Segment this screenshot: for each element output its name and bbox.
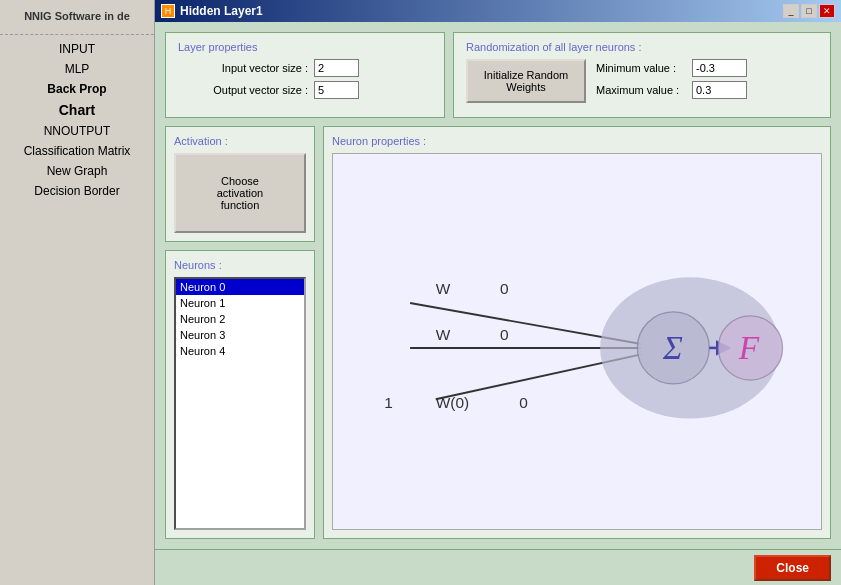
- output-size-row: Output vector size :: [178, 81, 432, 99]
- title-bar: H Hidden Layer1 _ □ ✕: [155, 0, 841, 22]
- layer-properties-panel: Layer properties Input vector size : Out…: [165, 32, 445, 118]
- weight-value-bias: 0: [519, 394, 528, 411]
- window-close-button[interactable]: ✕: [819, 4, 835, 18]
- weight-label-bias: W(0): [436, 394, 469, 411]
- max-value-field[interactable]: [692, 81, 747, 99]
- neuron-diagram-canvas: W 0 W 0 1 W(0) 0 Σ: [332, 153, 822, 530]
- sidebar-logo: NNIG Software in de: [24, 10, 130, 22]
- window-icon: H: [161, 4, 175, 18]
- neuron-item-1[interactable]: Neuron 1: [176, 295, 304, 311]
- window-title: Hidden Layer1: [180, 4, 263, 18]
- weight-value-1: 0: [500, 326, 509, 343]
- neurons-list[interactable]: Neuron 0 Neuron 1 Neuron 2 Neuron 3 Neur…: [174, 277, 306, 530]
- sidebar-item-backprop[interactable]: Back Prop: [0, 79, 154, 99]
- randomization-panel: Randomization of all layer neurons : Ini…: [453, 32, 831, 118]
- neuron-properties-panel: Neuron properties : W 0: [323, 126, 831, 539]
- neuron-props-title: Neuron properties :: [332, 135, 822, 147]
- close-button[interactable]: Close: [754, 555, 831, 581]
- min-value-label: Minimum value :: [596, 62, 686, 74]
- bottom-row: Activation : Chooseactivationfunction Ne…: [165, 126, 831, 539]
- neurons-title: Neurons :: [174, 259, 306, 271]
- rand-button-area: Initialize RandomWeights: [466, 59, 586, 109]
- sidebar-item-input[interactable]: INPUT: [0, 39, 154, 59]
- rand-values-area: Minimum value : Maximum value :: [596, 59, 747, 109]
- title-bar-left: H Hidden Layer1: [161, 4, 263, 18]
- weight-label-1: W: [436, 326, 451, 343]
- activation-function-button[interactable]: Chooseactivationfunction: [174, 153, 306, 233]
- input-size-row: Input vector size :: [178, 59, 432, 77]
- content-area: Layer properties Input vector size : Out…: [155, 22, 841, 549]
- maximize-button[interactable]: □: [801, 4, 817, 18]
- rand-content: Initialize RandomWeights Minimum value :…: [466, 59, 818, 109]
- neuron-item-4[interactable]: Neuron 4: [176, 343, 304, 359]
- sigma-symbol: Σ: [662, 329, 683, 366]
- sidebar-item-mlp[interactable]: MLP: [0, 59, 154, 79]
- initialize-weights-button[interactable]: Initialize RandomWeights: [466, 59, 586, 103]
- neuron-diagram-svg: W 0 W 0 1 W(0) 0 Σ: [333, 154, 821, 529]
- left-column: Activation : Chooseactivationfunction Ne…: [165, 126, 315, 539]
- max-value-label: Maximum value :: [596, 84, 686, 96]
- neuron-item-2[interactable]: Neuron 2: [176, 311, 304, 327]
- output-size-label: Output vector size :: [178, 84, 308, 96]
- bias-label: 1: [384, 394, 393, 411]
- top-row: Layer properties Input vector size : Out…: [165, 32, 831, 118]
- main-window: H Hidden Layer1 _ □ ✕ Layer properties I…: [155, 0, 841, 585]
- sidebar-divider: [0, 34, 154, 35]
- min-value-row: Minimum value :: [596, 59, 747, 77]
- activation-panel: Activation : Chooseactivationfunction: [165, 126, 315, 242]
- sidebar-item-chart[interactable]: Chart: [0, 99, 154, 121]
- sidebar-item-classmatrix[interactable]: Classification Matrix: [0, 141, 154, 161]
- f-symbol: F: [738, 329, 760, 366]
- weight-value-0: 0: [500, 280, 509, 297]
- input-size-field[interactable]: [314, 59, 359, 77]
- min-value-field[interactable]: [692, 59, 747, 77]
- weight-label-0: W: [436, 280, 451, 297]
- neuron-item-3[interactable]: Neuron 3: [176, 327, 304, 343]
- input-size-label: Input vector size :: [178, 62, 308, 74]
- sidebar: NNIG Software in de INPUT MLP Back Prop …: [0, 0, 155, 585]
- layer-props-title: Layer properties: [178, 41, 432, 53]
- sidebar-item-nnoutput[interactable]: NNOUTPUT: [0, 121, 154, 141]
- activation-title: Activation :: [174, 135, 306, 147]
- neuron-item-0[interactable]: Neuron 0: [176, 279, 304, 295]
- output-size-field[interactable]: [314, 81, 359, 99]
- max-value-row: Maximum value :: [596, 81, 747, 99]
- neurons-panel: Neurons : Neuron 0 Neuron 1 Neuron 2 Neu…: [165, 250, 315, 539]
- bottom-bar: Close: [155, 549, 841, 585]
- minimize-button[interactable]: _: [783, 4, 799, 18]
- sidebar-item-decisionborder[interactable]: Decision Border: [0, 181, 154, 201]
- title-bar-buttons: _ □ ✕: [783, 4, 835, 18]
- rand-title: Randomization of all layer neurons :: [466, 41, 818, 53]
- sidebar-item-newgraph[interactable]: New Graph: [0, 161, 154, 181]
